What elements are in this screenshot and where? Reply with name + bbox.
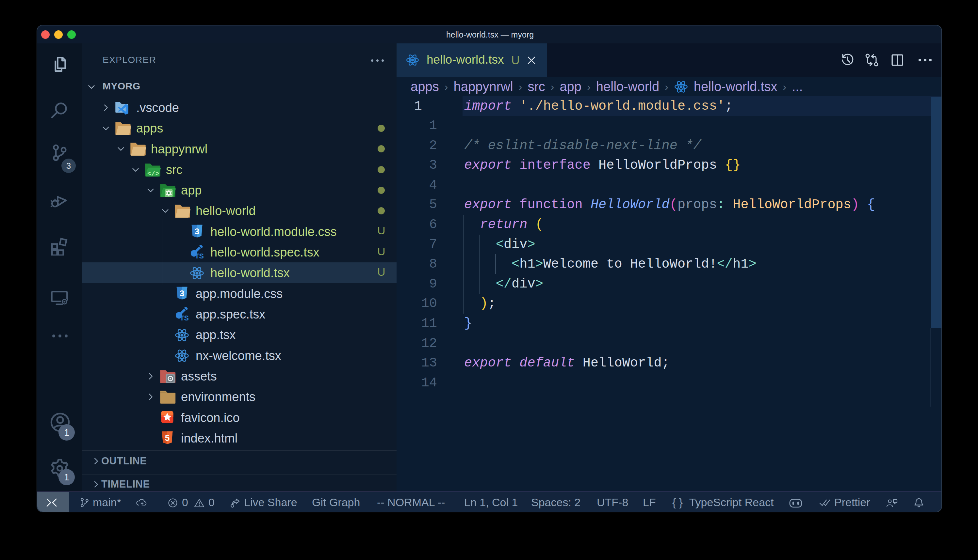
- svg-text:5: 5: [165, 433, 169, 443]
- svg-text:3: 3: [194, 227, 199, 236]
- svg-text:</>: </>: [147, 170, 159, 178]
- svg-text:TS: TS: [180, 314, 189, 322]
- svg-text:3: 3: [180, 288, 185, 298]
- svg-text:TS: TS: [195, 252, 204, 260]
